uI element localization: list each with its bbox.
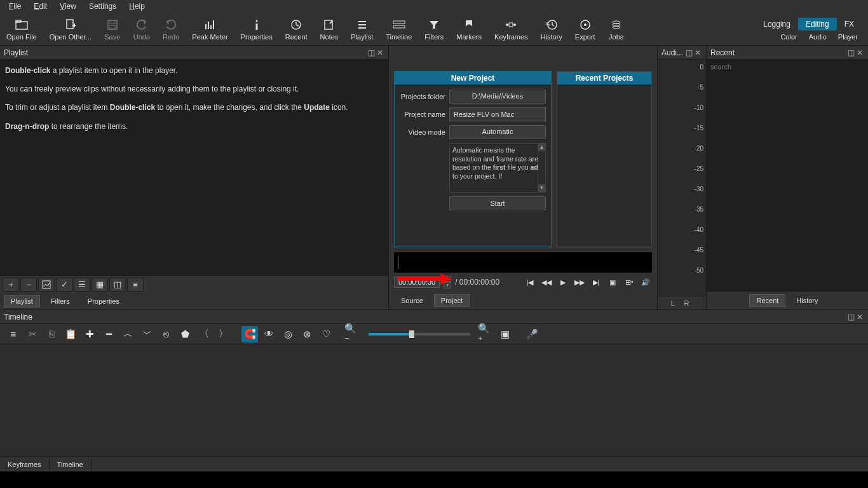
rewind-button[interactable]: ◀◀ bbox=[540, 276, 553, 288]
zoom-slider[interactable] bbox=[369, 333, 470, 336]
timeline-close-icon[interactable]: ✕ bbox=[855, 313, 864, 322]
svg-line-28 bbox=[552, 25, 554, 26]
playlist-view-list-button[interactable]: ☰ bbox=[74, 278, 90, 292]
panel-close-icon[interactable]: ✕ bbox=[376, 48, 384, 57]
playlist-remove-button[interactable]: － bbox=[20, 278, 37, 292]
preview-scrubber[interactable] bbox=[394, 252, 652, 273]
tab-history[interactable]: History bbox=[789, 294, 825, 307]
playlist-update-button[interactable] bbox=[38, 278, 55, 292]
menu-edit[interactable]: Edit bbox=[27, 1, 53, 12]
skip-end-button[interactable]: ▶| bbox=[590, 276, 602, 288]
peak-meter-button[interactable]: Peak Meter bbox=[186, 15, 234, 43]
menu-file[interactable]: File bbox=[3, 1, 27, 12]
meter-tick: 0 bbox=[700, 64, 703, 71]
forward-button[interactable]: ▶▶ bbox=[573, 276, 586, 288]
start-button[interactable]: Start bbox=[449, 196, 546, 210]
cut-button[interactable]: ✂ bbox=[24, 326, 41, 342]
paste-button[interactable]: 📋 bbox=[62, 326, 79, 342]
volume-button[interactable]: 🔊 bbox=[639, 276, 652, 288]
timeline-button[interactable]: Timeline bbox=[379, 15, 418, 43]
zoom-fit-tl-button[interactable]: ▣ bbox=[497, 326, 513, 342]
redo-icon bbox=[165, 18, 177, 32]
menu-settings[interactable]: Settings bbox=[83, 1, 123, 12]
zoom-fit-button[interactable]: ▣ bbox=[606, 276, 619, 288]
marker-add-button[interactable]: ⬟ bbox=[177, 326, 193, 342]
tab-source[interactable]: Source bbox=[394, 294, 430, 307]
recent-button[interactable]: Recent bbox=[279, 15, 314, 43]
filters-button[interactable]: Filters bbox=[418, 15, 450, 43]
export-button[interactable]: Export bbox=[569, 15, 602, 43]
overwrite-button[interactable]: ﹀ bbox=[139, 326, 155, 342]
properties-button[interactable]: Properties bbox=[234, 15, 279, 43]
remove-button[interactable]: ━ bbox=[100, 326, 117, 342]
history-button[interactable]: History bbox=[534, 15, 569, 43]
timeline-tracks[interactable] bbox=[0, 344, 868, 456]
record-audio-button[interactable]: 🎤 bbox=[524, 326, 540, 342]
next-marker-button[interactable]: 〉 bbox=[215, 326, 231, 342]
snap-button[interactable]: 🧲 bbox=[241, 326, 258, 342]
playlist-check-button[interactable]: ✓ bbox=[56, 278, 72, 292]
tab-color[interactable]: Color bbox=[780, 33, 797, 41]
list-icon bbox=[356, 18, 368, 32]
save-button[interactable]: Save bbox=[98, 15, 127, 43]
lift-button[interactable]: ︿ bbox=[119, 326, 136, 342]
video-mode-select[interactable]: Automatic bbox=[449, 125, 546, 139]
ripple-button[interactable]: ◎ bbox=[280, 326, 296, 342]
tab-audio[interactable]: Audio bbox=[809, 33, 827, 41]
skip-start-button[interactable]: |◀ bbox=[524, 276, 536, 288]
split-button[interactable]: ⎋ bbox=[158, 326, 174, 342]
tab-fx[interactable]: FX bbox=[837, 18, 862, 30]
menu-view[interactable]: View bbox=[53, 1, 83, 12]
playlist-view-detail-button[interactable]: ◫ bbox=[109, 278, 126, 292]
play-button[interactable]: ▶ bbox=[557, 276, 569, 288]
tab-playlist[interactable]: Playlist bbox=[4, 295, 40, 308]
tab-editing[interactable]: Editing bbox=[798, 18, 837, 30]
open-other-button[interactable]: Open Other... bbox=[43, 15, 98, 43]
tab-bottom-timeline[interactable]: Timeline bbox=[50, 459, 92, 470]
tab-filters[interactable]: Filters bbox=[44, 295, 77, 308]
zoom-in-button[interactable]: 🔍⁺ bbox=[478, 326, 494, 342]
audio-undock-icon[interactable]: ◫ bbox=[684, 48, 693, 57]
projects-folder-button[interactable]: D:\Media\Videos bbox=[449, 90, 546, 104]
project-name-input[interactable] bbox=[449, 107, 546, 121]
tab-project[interactable]: Project bbox=[434, 294, 470, 307]
tab-bottom-keyframes[interactable]: Keyframes bbox=[0, 459, 50, 470]
redo-button[interactable]: Redo bbox=[156, 15, 186, 43]
zoom-out-button[interactable]: 🔍⁻ bbox=[344, 326, 361, 342]
markers-button[interactable]: Markers bbox=[450, 15, 488, 43]
recent-search-input[interactable] bbox=[707, 60, 868, 74]
copy-button[interactable]: ⎘ bbox=[43, 326, 60, 342]
timeline-undock-icon[interactable]: ◫ bbox=[846, 313, 855, 322]
svg-point-30 bbox=[584, 24, 587, 26]
panel-undock-icon[interactable]: ◫ bbox=[367, 48, 376, 57]
description-scrollbar[interactable]: ▲▼ bbox=[538, 144, 545, 192]
video-mode-label: Video mode bbox=[400, 128, 445, 136]
open-file-button[interactable]: Open File bbox=[0, 15, 43, 43]
ripple-markers-button[interactable]: ♡ bbox=[318, 326, 334, 342]
playlist-menu-button[interactable]: ≡ bbox=[127, 278, 144, 292]
keyframes-button[interactable]: Keyframes bbox=[488, 15, 534, 43]
append-button[interactable]: ✚ bbox=[81, 326, 98, 342]
playlist-add-button[interactable]: ＋ bbox=[3, 278, 19, 292]
tab-player[interactable]: Player bbox=[838, 33, 858, 41]
timecode-spinner[interactable]: ▲▼ bbox=[444, 276, 451, 288]
jobs-button[interactable]: Jobs bbox=[602, 15, 631, 43]
timecode-current[interactable]: 00:00:00:00 bbox=[394, 276, 440, 288]
recent-undock-icon[interactable]: ◫ bbox=[846, 48, 855, 57]
tab-properties[interactable]: Properties bbox=[81, 295, 126, 308]
audio-close-icon[interactable]: ✕ bbox=[693, 48, 702, 57]
playlist-view-grid-button[interactable]: ▦ bbox=[92, 278, 108, 292]
tab-logging[interactable]: Logging bbox=[756, 18, 798, 30]
grid-button[interactable]: ⊞▾ bbox=[623, 276, 635, 288]
recent-close-icon[interactable]: ✕ bbox=[855, 48, 864, 57]
tab-recent[interactable]: Recent bbox=[749, 294, 785, 307]
prev-marker-button[interactable]: 〈 bbox=[196, 326, 212, 342]
playlist-button[interactable]: Playlist bbox=[344, 15, 379, 43]
timeline-menu-button[interactable]: ≡ bbox=[5, 326, 22, 342]
scrub-button[interactable]: 👁 bbox=[261, 326, 277, 342]
ripple-all-button[interactable]: ⊛ bbox=[299, 326, 315, 342]
undo-button[interactable]: Undo bbox=[127, 15, 156, 43]
center-tabs: Source Project bbox=[389, 292, 657, 309]
notes-button[interactable]: Notes bbox=[314, 15, 345, 43]
menu-help[interactable]: Help bbox=[123, 1, 151, 12]
